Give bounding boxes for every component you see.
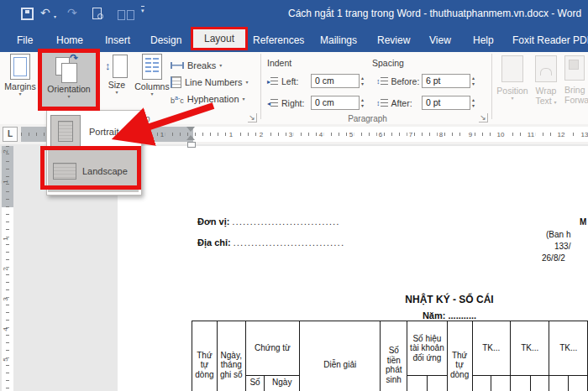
indent-left-row: ▸ Left: (267, 74, 298, 89)
indent-right-field[interactable]: 0 cm (311, 96, 360, 110)
th-voucher-date: Ngày (265, 376, 300, 391)
th-empty (549, 376, 569, 391)
document-title: NHẬT KÝ - SỔ CÁI (323, 294, 575, 305)
th-amount: Số tiền phát sinh (381, 321, 407, 391)
size-icon: ↕ (106, 54, 128, 78)
th-record-date: Ngày, tháng ghi sổ (217, 321, 245, 391)
th-tk3: TK... (549, 321, 588, 376)
spacing-after-row: ↕ After: (376, 96, 412, 111)
tab-references[interactable]: References (253, 34, 304, 46)
indent-left-field[interactable]: 0 cm (311, 74, 360, 88)
portrait-page-icon (50, 115, 81, 149)
th-tk1: TK... (472, 321, 510, 376)
indent-label: Indent (267, 58, 291, 68)
form-date-line: 26/8/2 (542, 253, 565, 263)
orientation-icon: ↷ (54, 55, 84, 82)
tab-mailings[interactable]: Mailings (320, 34, 357, 46)
line-numbers-icon (171, 76, 181, 88)
indent-right-icon: ◂ (267, 99, 278, 107)
side-by-side-pages-icon (118, 8, 134, 23)
th-empty (407, 376, 428, 391)
group-divider (491, 54, 492, 119)
vertical-ruler: 2 1 1 2 3 4 5 (2, 146, 13, 391)
indent-right-spinner[interactable]: ▴▾ (361, 96, 364, 110)
spacing-label: Spacing (372, 58, 404, 68)
tab-layout-label: Layout (204, 33, 234, 44)
bring-forward-button: Bring Forward (564, 55, 588, 105)
tab-design[interactable]: Design (150, 34, 181, 46)
th-empty (427, 376, 447, 391)
group-divider (260, 54, 261, 119)
print-preview-icon[interactable] (92, 8, 102, 23)
tab-foxit-reader-pdf[interactable]: Foxit Reader PDF (512, 34, 588, 46)
ledger-table: Thứ tự dòng Ngày, tháng ghi sổ Chứng từ … (192, 321, 588, 391)
th-voucher: Chứng từ (245, 321, 299, 376)
line-numbers-button[interactable]: Line Numbers ▾ (171, 75, 249, 90)
undo-icon[interactable]: ↶ (40, 7, 50, 18)
page-setup-dialog-launcher[interactable]: ↘ (248, 113, 257, 123)
document-page[interactable]: Đơn vị: .............................. Đ… (118, 146, 588, 391)
spacing-before-field[interactable]: 6 pt (422, 74, 470, 88)
tab-layout-active[interactable]: Layout (191, 27, 248, 50)
save-icon[interactable] (21, 8, 34, 20)
tab-review[interactable]: Review (377, 34, 410, 46)
paragraph-group-label: Paragraph (323, 114, 412, 123)
tab-home[interactable]: Home (56, 34, 83, 46)
paragraph-dialog-launcher[interactable]: ↘ (479, 113, 488, 123)
spacing-before-row: ↕ Before: (376, 74, 419, 89)
form-issued-line: (Ban h (546, 230, 570, 239)
margins-button[interactable]: Margins ▾ (2, 54, 39, 107)
indent-left-icon: ▸ (267, 77, 278, 86)
annotation-arrow (99, 94, 234, 153)
th-empty (530, 376, 549, 391)
spacing-before-spinner[interactable]: ▴▾ (472, 74, 475, 88)
word-window: ↶ ▾ ↷ ▾ Cách ngắt 1 trang trong Word - t… (0, 0, 588, 391)
qat-customize-icon[interactable]: ▾ (141, 6, 144, 14)
position-button: Position ▾ (496, 55, 528, 101)
redo-icon: ↷ (67, 7, 77, 18)
breaks-icon (171, 62, 184, 69)
th-account-number: Số hiệu tài khoản đối ứng (407, 321, 448, 376)
undo-caret-icon[interactable]: ▾ (54, 11, 56, 23)
bring-forward-icon (564, 55, 585, 81)
spacing-after-field[interactable]: 0 pt (422, 96, 470, 110)
spacing-before-icon: ↕ (376, 77, 388, 86)
tab-view[interactable]: View (429, 34, 451, 46)
th-empty (569, 376, 588, 391)
tab-file[interactable]: File (17, 34, 33, 46)
indent-left-spinner[interactable]: ▴▾ (361, 74, 364, 88)
document-year-line: Năm: ........... (323, 310, 575, 321)
form-decree-line: 133/ (554, 242, 570, 251)
th-voucher-no: Số (245, 376, 265, 391)
tab-help[interactable]: Help (473, 34, 494, 46)
th-description: Diễn giải (300, 321, 381, 391)
th-empty (511, 376, 531, 391)
margins-icon (10, 54, 30, 80)
columns-icon (142, 54, 162, 80)
th-tk2: TK... (511, 321, 549, 376)
wrap-text-button: Wrap Text ▾ (531, 55, 561, 106)
title-bar: ↶ ▾ ↷ ▾ Cách ngắt 1 trang trong Word - t… (0, 0, 588, 27)
tab-insert[interactable]: Insert (105, 34, 130, 46)
tab-selector[interactable]: L (3, 127, 18, 142)
indent-right-row: ◂ Right: (267, 96, 304, 111)
position-icon (501, 55, 523, 82)
spacing-after-spinner[interactable]: ▴▾ (472, 96, 475, 110)
form-number-line: M (580, 217, 586, 227)
spacing-after-icon: ↕ (376, 99, 388, 107)
breaks-button[interactable]: Breaks ▾ (171, 58, 222, 73)
th-row-order-2: Thứ tự dòng (447, 321, 472, 391)
unit-line: Đơn vị: .............................. (197, 216, 340, 227)
th-empty (472, 376, 491, 391)
wrap-text-icon (535, 55, 557, 82)
window-title: Cách ngắt 1 trang trong Word - thuthuatp… (288, 8, 581, 19)
orientation-button[interactable]: ↷ Orientation ▾ (38, 49, 100, 111)
address-line: Địa chỉ: ............................... (197, 237, 344, 248)
th-empty (491, 376, 511, 391)
th-row-order: Thứ tự dòng (192, 321, 218, 391)
